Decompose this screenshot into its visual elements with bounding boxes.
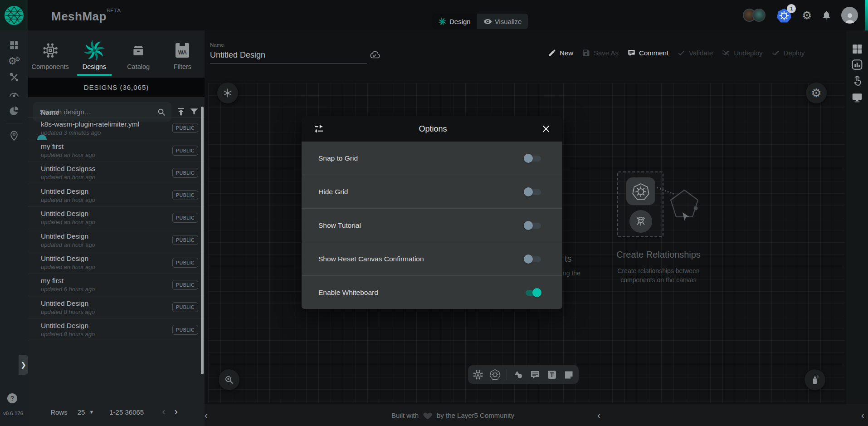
- check-icon: [677, 49, 686, 57]
- configuration-tools-icon[interactable]: [9, 72, 19, 82]
- design-list-item[interactable]: Untitled Design updated an hour ago PUBL…: [28, 229, 205, 251]
- save-as-button[interactable]: Save As: [582, 49, 619, 57]
- occluded-card-desc-fragment: ng the: [563, 269, 580, 277]
- kubernetes-icon: [632, 182, 650, 201]
- design-name: Untitled Design: [41, 187, 172, 196]
- search-icon[interactable]: [157, 108, 166, 117]
- design-canvas[interactable]: Name New Save As Comment Validate: [205, 30, 846, 404]
- occluded-card-title-fragment: ts: [565, 254, 572, 264]
- collapse-right-chevron[interactable]: ‹: [861, 404, 864, 426]
- new-button[interactable]: New: [548, 49, 573, 57]
- list-scrollbar[interactable]: [201, 107, 204, 374]
- design-info: my first updated an hour ago: [41, 142, 172, 158]
- help-button[interactable]: ?: [7, 393, 17, 403]
- user-avatar[interactable]: [841, 7, 858, 24]
- squid-icon: [634, 214, 648, 229]
- zoom-button[interactable]: [219, 369, 239, 390]
- tab-designs[interactable]: Designs: [72, 30, 116, 78]
- tab-components[interactable]: Components: [28, 30, 72, 78]
- design-list-item[interactable]: Untitled Design updated an hour ago PUBL…: [28, 184, 205, 206]
- design-list-item[interactable]: my first updated 6 hours ago PUBLIC: [28, 274, 205, 296]
- comment-button[interactable]: Comment: [627, 49, 668, 57]
- designs-panel: Components Designs Catalog WA Filters: [28, 30, 205, 426]
- next-page-chevron[interactable]: ›: [170, 406, 182, 418]
- dock-text-icon[interactable]: [546, 369, 557, 380]
- dock-note-icon[interactable]: [563, 369, 574, 380]
- canvas-settings-button[interactable]: ⚙: [806, 83, 827, 103]
- design-name-field: Name: [210, 42, 367, 64]
- collapse-center-chevron[interactable]: ‹: [597, 404, 600, 426]
- collaborator-avatar-2[interactable]: [752, 9, 766, 22]
- modal-title: Options: [324, 124, 541, 134]
- extensions-mesh-icon[interactable]: [9, 105, 20, 117]
- components-chip-icon: [42, 41, 59, 59]
- option-toggle-switch[interactable]: [524, 153, 542, 163]
- deploy-button[interactable]: Deploy: [771, 49, 805, 57]
- tab-label: Filters: [174, 63, 191, 70]
- option-toggle-switch[interactable]: [524, 187, 542, 197]
- previous-page-chevron[interactable]: ‹: [157, 406, 170, 418]
- option-toggle-switch[interactable]: [524, 220, 542, 230]
- save-icon: [582, 49, 590, 57]
- meshmap-pin-icon[interactable]: [9, 129, 19, 141]
- performance-gauge-icon[interactable]: [9, 89, 20, 98]
- tab-visualize[interactable]: Visualize: [477, 14, 528, 29]
- components-grid-icon[interactable]: [851, 43, 863, 55]
- caret-down-icon: ▼: [89, 409, 94, 415]
- design-name-input[interactable]: [210, 48, 367, 64]
- meshmap-app: ⚙⚙ ❯ ? v0.6.176 MeshMapBETA Design: [0, 0, 868, 426]
- display-monitor-icon[interactable]: [851, 92, 863, 103]
- spray-tool-button[interactable]: [805, 369, 825, 390]
- filter-funnel-icon[interactable]: [189, 107, 199, 117]
- dock-comment-icon[interactable]: [530, 369, 541, 380]
- name-field-label: Name: [210, 42, 367, 48]
- design-list-item[interactable]: my first updated an hour ago PUBLIC: [28, 139, 205, 162]
- notifications-bell-icon[interactable]: [822, 10, 831, 20]
- beta-tag: BETA: [107, 8, 121, 13]
- dock-kubernetes-icon[interactable]: [489, 369, 501, 380]
- lifecycle-gears-icon[interactable]: ⚙⚙: [8, 55, 20, 67]
- dock-shapes-icon[interactable]: [513, 369, 524, 380]
- dashboard-icon[interactable]: [9, 40, 20, 50]
- validate-button[interactable]: Validate: [677, 49, 713, 57]
- option-toggle-switch[interactable]: [524, 254, 542, 264]
- design-list-item[interactable]: Untitled Designss updated an hour ago PU…: [28, 162, 205, 184]
- tab-catalog[interactable]: Catalog: [117, 30, 161, 78]
- design-list: k8s-wasm-plugin-ratelimiter.yml updated …: [28, 117, 205, 341]
- design-name: Untitled Design: [41, 299, 172, 308]
- design-updated-time: updated 3 minutes ago: [41, 129, 172, 136]
- expand-rail-chevron[interactable]: ❯: [19, 355, 28, 375]
- meshery-logo[interactable]: [0, 0, 28, 30]
- kubernetes-context-button[interactable]: 1: [776, 8, 792, 23]
- meshsync-button[interactable]: [217, 83, 238, 103]
- option-toggle-switch[interactable]: [524, 288, 542, 298]
- collapse-left-panel-chevron[interactable]: ‹: [205, 404, 208, 426]
- touch-interaction-icon[interactable]: [851, 75, 863, 87]
- close-icon[interactable]: [541, 124, 551, 133]
- design-list-item[interactable]: Untitled Design updated 8 hours ago PUBL…: [28, 296, 205, 318]
- design-info: Untitled Design updated 8 hours ago: [41, 322, 172, 338]
- tab-label: Components: [32, 63, 69, 70]
- design-list-item[interactable]: k8s-wasm-plugin-ratelimiter.yml updated …: [28, 117, 205, 139]
- design-list-item[interactable]: Untitled Design updated an hour ago PUBL…: [28, 251, 205, 274]
- design-updated-time: updated an hour ago: [41, 219, 172, 225]
- design-updated-time: updated 8 hours ago: [41, 308, 172, 315]
- tab-filters[interactable]: WA Filters: [161, 30, 205, 78]
- tab-label: Designs: [83, 63, 106, 70]
- dock-components-icon[interactable]: [473, 369, 483, 380]
- rows-per-page-select[interactable]: 25 ▼: [78, 408, 94, 416]
- footer-text-prefix: Built with: [391, 411, 419, 419]
- tab-design[interactable]: Design: [432, 14, 477, 29]
- design-info: Untitled Design updated an hour ago: [41, 210, 172, 225]
- design-name: my first: [41, 277, 172, 285]
- import-design-icon[interactable]: [176, 107, 186, 117]
- undeploy-button[interactable]: Undeploy: [722, 49, 762, 57]
- analytics-chart-icon[interactable]: [851, 59, 863, 71]
- design-list-item[interactable]: Untitled Design updated 8 hours ago PUBL…: [28, 319, 205, 341]
- pencil-icon: [548, 49, 556, 57]
- heart-icon: [423, 411, 433, 420]
- footer-credit: Built with by the Layer5 Community: [391, 404, 514, 426]
- visibility-badge: PUBLIC: [172, 190, 198, 200]
- settings-gear-icon[interactable]: ⚙: [802, 10, 812, 21]
- design-list-item[interactable]: Untitled Design updated an hour ago PUBL…: [28, 207, 205, 229]
